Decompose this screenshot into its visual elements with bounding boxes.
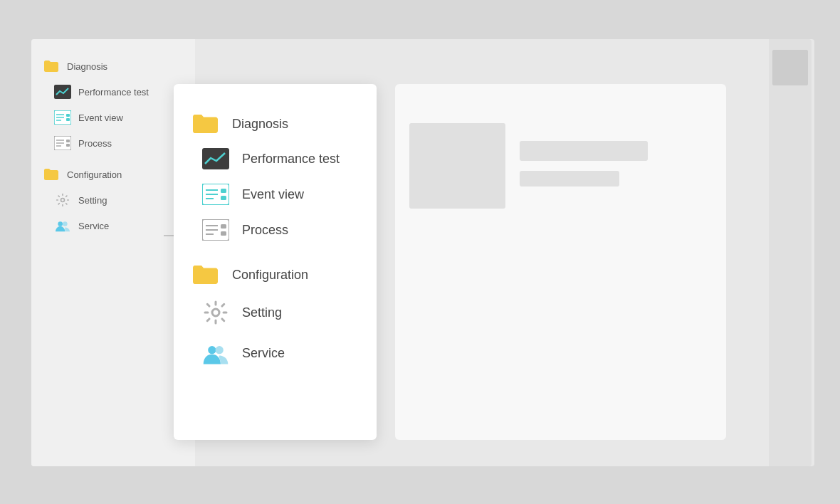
modal-folder-icon [191,112,219,135]
sidebar-item-process-label: Process [78,138,112,149]
svg-rect-28 [221,231,226,236]
svg-rect-5 [66,114,70,117]
setting-icon [54,193,71,207]
modal-performance-icon [202,148,229,169]
sidebar-item-performance[interactable]: Performance test [31,79,195,105]
right-edge-panel [769,39,812,466]
sidebar-item-event[interactable]: Event view [31,105,195,130]
svg-point-31 [216,346,224,354]
modal-process-icon [202,219,229,241]
modal-event-label: Event view [242,187,304,202]
folder-icon [43,59,60,73]
svg-point-30 [208,346,216,354]
performance-icon [54,85,71,99]
svg-rect-12 [66,144,70,147]
main-content-area [395,84,726,440]
svg-rect-11 [66,140,70,142]
content-placeholder-2 [520,141,648,161]
modal-section-diagnosis[interactable]: Diagnosis [191,104,359,141]
modal-item-process[interactable]: Process [191,212,359,248]
modal-section-configuration[interactable]: Configuration [191,255,359,292]
modal-process-label: Process [242,223,288,238]
sidebar-item-diagnosis[interactable]: Diagnosis [31,53,195,79]
folder-config-icon [43,167,60,182]
svg-point-15 [63,221,68,226]
modal-configuration-label: Configuration [232,268,308,283]
content-placeholder-3 [520,171,619,187]
event-icon [54,110,71,125]
svg-rect-0 [54,85,71,99]
right-panel-thumbnail [772,50,808,85]
sidebar-item-setting[interactable]: Setting [31,187,195,213]
sidebar-item-performance-label: Performance test [78,87,149,98]
modal-performance-label: Performance test [242,152,340,167]
modal-service-label: Service [242,346,285,361]
modal-service-icon [202,340,229,366]
service-icon [54,219,71,233]
process-icon [54,136,71,150]
sidebar-item-setting-label: Setting [78,195,107,206]
modal-folder-config-icon [191,263,219,286]
svg-rect-6 [66,118,70,121]
svg-rect-27 [221,224,226,229]
modal-item-performance[interactable]: Performance test [191,141,359,177]
content-placeholder-1 [409,123,505,209]
modal-item-service[interactable]: Service [191,333,359,373]
modal-card: Diagnosis Performance test Event view [174,84,377,440]
modal-diagnosis-label: Diagnosis [232,117,288,132]
sidebar-item-diagnosis-label: Diagnosis [67,61,107,72]
sidebar-item-configuration-label: Configuration [67,169,122,180]
sidebar-item-process[interactable]: Process [31,130,195,156]
sidebar: Diagnosis Performance test Event view [31,39,195,466]
svg-point-14 [58,221,63,226]
modal-item-setting[interactable]: Setting [191,292,359,333]
sidebar-item-configuration[interactable]: Configuration [31,162,195,187]
svg-rect-22 [221,196,226,200]
svg-point-13 [61,199,65,202]
sidebar-item-event-label: Event view [78,112,123,123]
sidebar-item-service-label: Service [78,221,109,231]
svg-point-29 [212,309,219,316]
modal-event-icon [202,184,229,205]
modal-setting-icon [202,299,229,326]
svg-rect-21 [221,189,226,193]
modal-setting-label: Setting [242,305,282,320]
modal-item-event[interactable]: Event view [191,177,359,212]
svg-rect-16 [202,148,229,169]
